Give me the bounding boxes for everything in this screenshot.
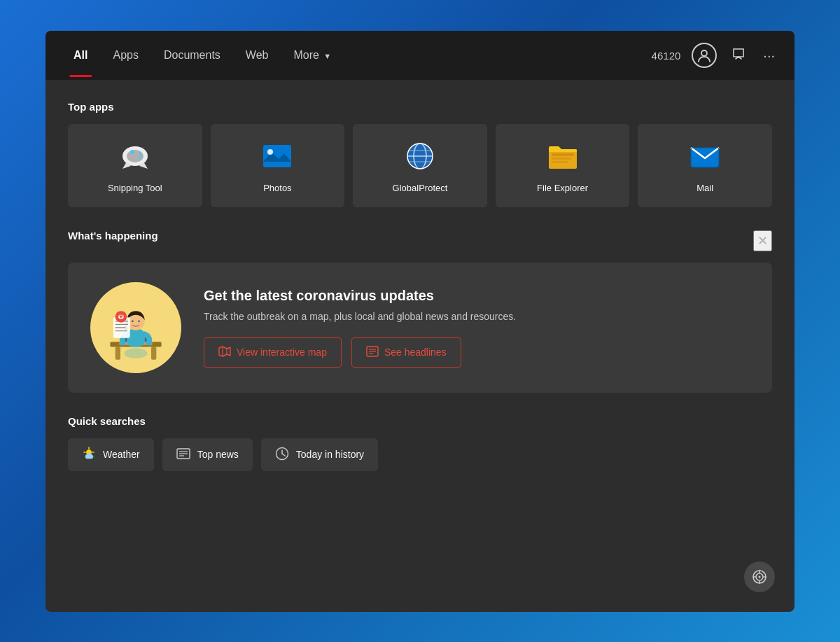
app-globalprotect[interactable]: GlobalProtect bbox=[353, 124, 487, 207]
whats-happening-section: What's happening ✕ bbox=[68, 230, 772, 393]
quick-chip-top-news-label: Top news bbox=[197, 449, 239, 460]
tab-more[interactable]: More ▼ bbox=[282, 43, 342, 67]
svg-point-29 bbox=[138, 320, 140, 322]
app-snipping-tool-label: Snipping Tool bbox=[108, 183, 162, 193]
svg-rect-15 bbox=[552, 158, 571, 160]
news-card: Get the latest coronavirus updates Track… bbox=[68, 263, 772, 393]
svg-point-6 bbox=[267, 149, 273, 155]
see-headlines-button[interactable]: See headlines bbox=[351, 337, 461, 368]
avatar[interactable] bbox=[692, 43, 717, 68]
quick-items: Weather Top news bbox=[68, 438, 772, 471]
app-file-explorer-label: File Explorer bbox=[537, 183, 588, 193]
nav-right: 46120 ··· bbox=[652, 43, 778, 68]
app-photos-label: Photos bbox=[263, 183, 291, 193]
whats-happening-header: What's happening ✕ bbox=[68, 230, 772, 253]
quick-chip-weather[interactable]: Weather bbox=[68, 438, 154, 471]
svg-rect-4 bbox=[263, 145, 291, 167]
svg-point-0 bbox=[701, 50, 707, 56]
quick-chip-top-news[interactable]: Top news bbox=[162, 438, 253, 471]
see-headlines-label: See headlines bbox=[384, 347, 447, 358]
app-mail-label: Mail bbox=[696, 183, 713, 193]
feedback-icon[interactable] bbox=[728, 43, 749, 68]
news-illustration bbox=[90, 282, 181, 373]
quick-chip-today-history-label: Today in history bbox=[296, 449, 364, 460]
tab-apps[interactable]: Apps bbox=[102, 43, 149, 67]
whats-happening-title: What's happening bbox=[68, 230, 158, 242]
globalprotect-icon bbox=[402, 138, 438, 174]
svg-rect-20 bbox=[115, 347, 120, 359]
more-options-icon[interactable]: ··· bbox=[760, 45, 778, 67]
svg-rect-14 bbox=[552, 153, 574, 156]
svg-rect-21 bbox=[151, 347, 156, 359]
quick-chip-weather-label: Weather bbox=[103, 449, 140, 460]
app-file-explorer[interactable]: File Explorer bbox=[496, 124, 630, 207]
tab-all[interactable]: All bbox=[62, 43, 99, 67]
tab-web[interactable]: Web bbox=[234, 43, 280, 67]
tab-documents[interactable]: Documents bbox=[153, 43, 232, 67]
nav-tabs: All Apps Documents Web More ▼ bbox=[62, 43, 652, 67]
search-panel: All Apps Documents Web More ▼ 46120 bbox=[46, 31, 794, 612]
chevron-down-icon: ▼ bbox=[323, 52, 331, 60]
quick-searches-section: Quick searches Weather bbox=[68, 415, 772, 471]
map-icon bbox=[218, 345, 231, 360]
camera-search-button[interactable] bbox=[744, 561, 775, 592]
app-photos[interactable]: Photos bbox=[211, 124, 345, 207]
content-area: Top apps Snipping Tool bbox=[46, 81, 794, 612]
weather-icon bbox=[82, 447, 96, 463]
mail-icon bbox=[687, 138, 723, 174]
news-card-subtitle: Track the outbreak on a map, plus local … bbox=[204, 311, 750, 322]
nav-bar: All Apps Documents Web More ▼ 46120 bbox=[46, 31, 794, 81]
view-interactive-map-label: View interactive map bbox=[237, 347, 327, 358]
nav-score: 46120 bbox=[652, 50, 681, 62]
svg-point-28 bbox=[132, 320, 134, 322]
svg-point-3 bbox=[130, 150, 134, 154]
app-mail[interactable]: Mail bbox=[638, 124, 772, 207]
view-interactive-map-button[interactable]: View interactive map bbox=[204, 337, 342, 368]
svg-point-25 bbox=[125, 348, 148, 358]
app-snipping-tool[interactable]: Snipping Tool bbox=[68, 124, 202, 207]
svg-point-58 bbox=[759, 575, 761, 578]
file-explorer-icon bbox=[545, 138, 581, 174]
news-actions: View interactive map bbox=[204, 337, 750, 368]
news-content: Get the latest coronavirus updates Track… bbox=[204, 288, 750, 368]
news-icon bbox=[176, 447, 190, 463]
headlines-icon bbox=[366, 345, 379, 360]
svg-rect-16 bbox=[552, 161, 568, 163]
quick-chip-today-history[interactable]: Today in history bbox=[261, 438, 378, 471]
news-card-title: Get the latest coronavirus updates bbox=[204, 288, 750, 304]
quick-searches-title: Quick searches bbox=[68, 415, 772, 427]
snipping-tool-icon bbox=[117, 138, 153, 174]
app-globalprotect-label: GlobalProtect bbox=[393, 183, 448, 193]
close-whats-happening-button[interactable]: ✕ bbox=[753, 230, 772, 251]
photos-icon bbox=[259, 138, 295, 174]
clock-icon bbox=[275, 447, 289, 463]
top-apps-title: Top apps bbox=[68, 101, 772, 113]
svg-line-55 bbox=[282, 454, 285, 456]
apps-grid: Snipping Tool Photos bbox=[68, 124, 772, 207]
